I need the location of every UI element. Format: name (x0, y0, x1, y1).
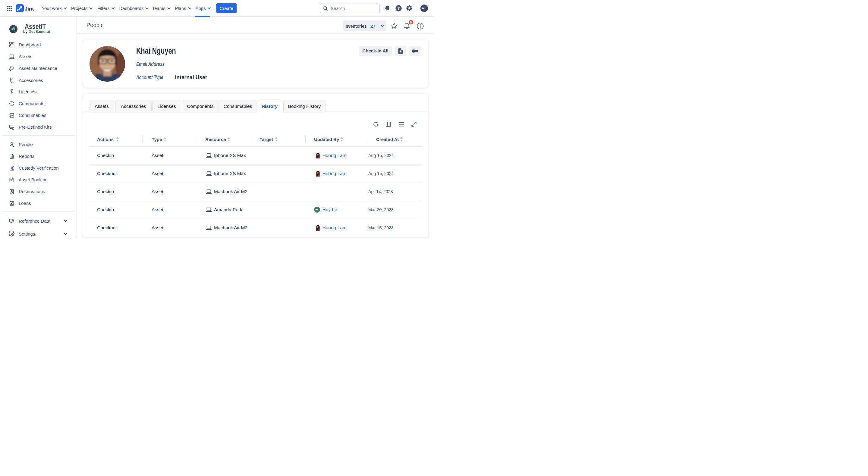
svg-text:?: ? (397, 6, 400, 10)
